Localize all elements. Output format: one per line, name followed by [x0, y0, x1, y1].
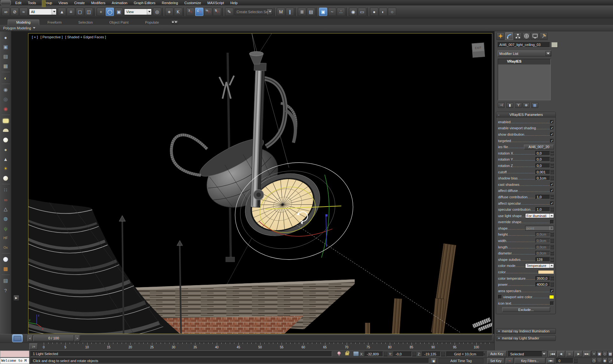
expand-icon[interactable]: + [496, 329, 502, 333]
render-setup-dialog-icon[interactable]: ▤ [1, 52, 10, 61]
graphite-ribbon-toggle-icon[interactable]: ▤ [307, 8, 315, 16]
diameter-field[interactable]: 0,0cm [535, 251, 550, 255]
atom-molecule-icon[interactable]: ∞ [1, 195, 10, 204]
render-production-icon[interactable]: ● [370, 8, 378, 16]
menu-animation[interactable]: Animation [109, 1, 131, 5]
shape-subdivs-field[interactable]: 128 [535, 257, 550, 262]
grass-foliage-icon[interactable]: ψ [1, 224, 10, 233]
key-mode-dropdown[interactable]: Selected [508, 351, 547, 357]
spinner-width[interactable] [550, 239, 554, 243]
render-teapot-icon[interactable]: ● [1, 33, 10, 42]
quick-render-icon[interactable]: ○ [388, 8, 396, 16]
angle-snap-toggle-icon[interactable]: ∠∩ [195, 8, 203, 16]
length-field[interactable]: 0,0cm [535, 245, 550, 249]
menu-help[interactable]: Help [227, 1, 241, 5]
asset-tracking-icon[interactable]: ▤ [1, 276, 10, 285]
zoom-extents-all-icon[interactable]: ▦ [608, 351, 613, 357]
spinner-diffuse-contribution[interactable] [550, 195, 554, 199]
percent-snap-toggle-icon[interactable]: %∩ [204, 8, 212, 16]
viewport-pov-label[interactable]: [ Perspective ] [41, 35, 63, 39]
ies-file-button[interactable]: AI46_007_20 [524, 145, 554, 149]
align-icon[interactable]: ∥ [286, 8, 294, 16]
window-crossing-toggle-icon[interactable]: ◫ [85, 8, 93, 16]
material-swatches-icon[interactable]: ▩ [1, 264, 10, 273]
teapot-primitive-icon[interactable]: ● [1, 145, 10, 154]
keyboard-shortcut-override-icon[interactable]: K [174, 8, 182, 16]
make-unique-icon[interactable]: Y [515, 102, 522, 108]
y-coordinate-field[interactable]: -0,0 [393, 352, 412, 357]
edit-named-selection-sets-icon[interactable]: ✎ [225, 8, 233, 16]
toggle-scene-explorer-icon[interactable]: ▣ [319, 8, 327, 16]
named-selection-sets-dropdown[interactable]: Create Selection Se [235, 9, 272, 15]
cutoff-field[interactable]: 0,001 [535, 170, 550, 174]
time-configuration-icon[interactable]: ◷ [591, 358, 597, 363]
render-setup-icon[interactable]: ◉ [349, 8, 357, 16]
plane-primitive-icon[interactable] [1, 116, 10, 125]
tab-selection[interactable]: Selection [70, 20, 101, 25]
rendered-frame-window-icon[interactable]: ▭ [358, 8, 366, 16]
maxscript-mini-listener[interactable] [0, 351, 29, 357]
menu-views[interactable]: Views [55, 1, 71, 5]
select-and-rotate-icon[interactable]: ◯ [106, 8, 114, 16]
space-warp-plane-icon[interactable]: △ [1, 205, 10, 214]
zoom-all-icon[interactable]: ▣ [597, 351, 602, 357]
tab-modify[interactable] [505, 32, 513, 40]
menu-modifiers[interactable]: Modifiers [88, 1, 109, 5]
mirror-icon[interactable]: M [277, 8, 285, 16]
modifier-list-dropdown[interactable]: Modifier List [498, 50, 551, 57]
spinner-diameter[interactable] [550, 251, 554, 255]
menu-rendering[interactable]: Rendering [159, 1, 181, 5]
viewport-layout-tab[interactable] [12, 334, 23, 342]
isolate-selection-icon[interactable]: ▣ [431, 358, 436, 363]
next-frame-button[interactable]: |▶ [574, 351, 582, 357]
previous-frame-button[interactable]: < [27, 335, 33, 341]
ox-fur-icon[interactable]: Ox [1, 243, 10, 252]
hair-fur-icon[interactable]: HF [1, 233, 10, 242]
show-end-result-icon[interactable]: ▮ [506, 102, 513, 108]
maxscript-listener-output[interactable]: Welcome to M [0, 358, 29, 364]
color-mode-dropdown[interactable]: Temperature [525, 263, 554, 268]
transform-typein-icon[interactable] [353, 351, 359, 356]
rectangular-selection-region-icon[interactable]: ▢ [76, 8, 84, 16]
time-slider-handle[interactable]: 0 / 100 [33, 335, 74, 341]
previous-frame-button[interactable]: ◀| [557, 351, 565, 357]
key-filters-button[interactable]: Key Filters... [515, 358, 545, 364]
tab-populate[interactable]: Populate [137, 20, 167, 25]
spinner-rotation-y[interactable] [550, 157, 554, 162]
light-lister-icon[interactable]: ◐ [1, 73, 10, 82]
select-and-scale-icon[interactable]: ▣ [115, 8, 123, 16]
use-light-shape-dropdown[interactable]: For illuminati [525, 213, 554, 218]
object-name-field[interactable]: AI46_007_light_ceiling_03 [498, 42, 550, 48]
rotation-z-field[interactable]: 0,0 [535, 163, 550, 168]
rollout-header[interactable]: - VRayIES Parameters [496, 112, 556, 118]
viewport-shading-label[interactable]: [ Shaded + Edged Faces ] [65, 35, 106, 39]
viewport-wire-color-swatch[interactable] [549, 295, 554, 299]
enable-viewport-shading-checkbox[interactable]: ✓ [550, 126, 554, 130]
exclude-button[interactable]: Exclude... [502, 307, 550, 312]
spinner-shape-subdivs[interactable] [550, 257, 554, 262]
unlink-selection-icon[interactable]: ⊘ [11, 8, 19, 16]
go-to-start-button[interactable]: |◀◀ [549, 351, 556, 357]
object-color-swatch[interactable] [551, 42, 558, 48]
sphere-lamp-icon[interactable] [1, 135, 10, 144]
use-pivot-point-center-icon[interactable]: ◎ [153, 8, 161, 16]
spinner-cutoff[interactable] [550, 170, 554, 174]
tab-hierarchy[interactable] [514, 32, 522, 40]
time-slider-track[interactable] [80, 336, 492, 341]
x-coordinate-field[interactable]: -32,809 [365, 352, 383, 357]
enabled-checkbox[interactable]: ✓ [550, 120, 554, 124]
application-button[interactable] [1, 0, 11, 5]
configure-modifier-sets-icon[interactable]: ▦ [531, 102, 538, 108]
diffuse-contribution-field[interactable]: 1,0 [535, 195, 550, 199]
perspective-viewport[interactable]: EXIT [28, 33, 492, 334]
ribbon-panel-bar[interactable]: Polygon Modeling [0, 25, 613, 31]
select-and-manipulate-icon[interactable]: ∗ [165, 8, 173, 16]
color-temperature-field[interactable]: 3500,0 [535, 276, 550, 281]
orbit-icon[interactable]: ◉ [602, 358, 608, 363]
tab-modeling[interactable]: Modeling [8, 19, 39, 25]
viewport-menu-plus[interactable]: [ + ] [32, 35, 38, 39]
show-distribution-checkbox[interactable]: ✓ [550, 133, 554, 136]
current-frame-marker[interactable] [42, 0, 46, 7]
mini-curve-editor-button[interactable]: ↕≈ [29, 343, 38, 350]
tab-display[interactable] [531, 32, 539, 40]
